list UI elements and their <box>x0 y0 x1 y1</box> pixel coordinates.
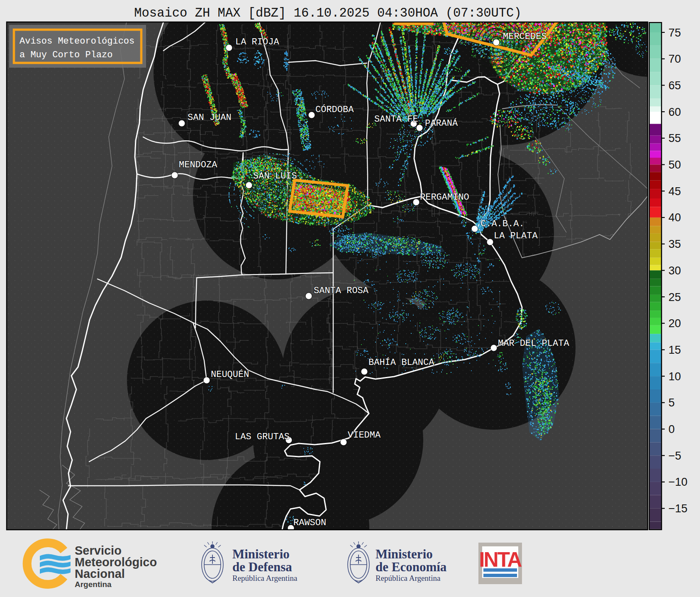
svg-text:República Argentina: República Argentina <box>232 574 298 582</box>
svg-text:INTA: INTA <box>479 548 522 571</box>
svg-text:Avisos Meteorológicos: Avisos Meteorológicos <box>20 36 134 46</box>
svg-text:PARANÁ: PARANÁ <box>425 118 458 129</box>
svg-text:70: 70 <box>668 53 681 65</box>
svg-text:15: 15 <box>668 344 681 356</box>
svg-text:Ministerio: Ministerio <box>232 547 290 561</box>
svg-text:20: 20 <box>668 317 681 330</box>
svg-text:SAN LUIS: SAN LUIS <box>253 171 297 181</box>
svg-text:LA RIOJA: LA RIOJA <box>235 37 279 47</box>
svg-text:5: 5 <box>668 396 675 409</box>
svg-text:MAR DEL PLATA: MAR DEL PLATA <box>498 338 569 349</box>
svg-text:C.A.B.A.: C.A.B.A. <box>480 219 524 229</box>
svg-text:MERCEDES: MERCEDES <box>503 32 547 42</box>
svg-text:50: 50 <box>668 159 681 171</box>
svg-text:Argentina: Argentina <box>75 580 112 589</box>
svg-text:55: 55 <box>668 132 681 144</box>
svg-text:60: 60 <box>668 106 681 118</box>
svg-text:−10: −10 <box>668 476 688 488</box>
svg-text:BAHÍA BLANCA: BAHÍA BLANCA <box>368 357 434 368</box>
svg-text:MENDOZA: MENDOZA <box>179 160 217 170</box>
svg-text:Nacional: Nacional <box>75 567 125 580</box>
svg-text:PERGAMINO: PERGAMINO <box>420 192 469 203</box>
svg-text:25: 25 <box>668 291 681 303</box>
svg-text:35: 35 <box>668 238 681 250</box>
svg-text:República Argentina: República Argentina <box>376 574 441 582</box>
svg-text:RAWSON: RAWSON <box>293 518 326 528</box>
svg-text:0: 0 <box>668 423 675 436</box>
svg-text:45: 45 <box>668 185 681 198</box>
svg-text:LA PLATA: LA PLATA <box>494 231 538 241</box>
svg-text:SANTA FE: SANTA FE <box>374 114 418 125</box>
svg-text:10: 10 <box>668 370 681 383</box>
svg-text:30: 30 <box>668 264 681 277</box>
svg-text:−5: −5 <box>668 450 681 462</box>
svg-text:a Muy Corto Plazo: a Muy Corto Plazo <box>20 50 112 60</box>
svg-text:40: 40 <box>668 211 681 224</box>
svg-text:75: 75 <box>668 27 681 39</box>
svg-text:Mosaico ZH MAX [dBZ] 16.10.202: Mosaico ZH MAX [dBZ] 16.10.2025 04:30HOA… <box>134 6 521 20</box>
svg-text:−15: −15 <box>668 502 688 515</box>
svg-text:SANTA ROSA: SANTA ROSA <box>314 286 369 296</box>
svg-text:Ministerio: Ministerio <box>376 547 433 561</box>
svg-text:NEUQUÉN: NEUQUÉN <box>211 369 249 380</box>
svg-text:65: 65 <box>668 79 681 92</box>
svg-text:SAN JUAN: SAN JUAN <box>188 113 232 123</box>
svg-text:CÓRDOBA: CÓRDOBA <box>315 104 354 115</box>
svg-text:VIEDMA: VIEDMA <box>348 430 381 440</box>
svg-text:de Economía: de Economía <box>376 560 447 574</box>
svg-text:LAS GRUTAS: LAS GRUTAS <box>235 432 290 442</box>
svg-text:de Defensa: de Defensa <box>232 560 292 574</box>
